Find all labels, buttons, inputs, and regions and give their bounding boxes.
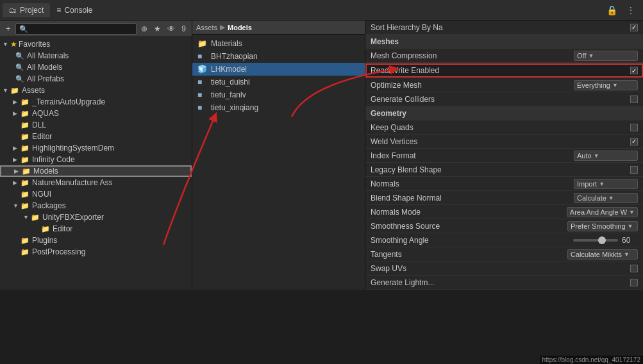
geometry-section: Geometry (365, 106, 643, 120)
tab-bar: 🗂 Project ≡ Console 🔒 ⋮ (0, 0, 643, 21)
tietu-xinqiang-file[interactable]: ■ tietu_xinqiang (192, 101, 365, 114)
unity-fbx-folder-icon: 📁 (31, 213, 40, 222)
sub-editor-item[interactable]: 📁 Editor (0, 223, 192, 235)
blend-shape-row: Blend Shape Normal Calculate ▼ (365, 191, 643, 205)
generate-colliders-checkbox[interactable] (630, 95, 638, 103)
eye-icon[interactable]: 👁 (165, 24, 177, 34)
plugins-label: Plugins (32, 236, 57, 245)
models-item[interactable]: ▶ 📁 Models (0, 165, 192, 177)
more-icon[interactable]: ⋮ (624, 4, 638, 17)
search-icon: 🔍 (15, 52, 24, 60)
aquas-folder-icon: 📁 (21, 110, 29, 118)
slider-thumb[interactable] (598, 236, 606, 244)
models-label: Models (33, 167, 58, 176)
editor-item[interactable]: 📁 Editor (0, 131, 192, 142)
editor-folder-icon: 📁 (21, 133, 29, 141)
sort-hierarchy-row: Sort Hierarchy By Na ✓ (365, 21, 643, 35)
packages-item[interactable]: ▼ 📁 Packages (0, 200, 192, 211)
generate-colliders-value (630, 95, 638, 103)
keep-quads-checkbox[interactable] (630, 124, 638, 131)
watermark: https://blog.csdn.net/qq_40172172 (540, 356, 643, 364)
read-write-row: Read/Write Enabled ✓ (365, 63, 643, 78)
models-folder-icon: 📁 (22, 167, 31, 176)
generate-lightmap-row: Generate Lightm... (365, 276, 643, 290)
breadcrumb-arrow: ▶ (220, 23, 225, 31)
slider-track[interactable] (573, 239, 618, 242)
tab-console[interactable]: ≡ Console (50, 3, 99, 17)
keep-quads-label: Keep Quads (371, 123, 630, 132)
legacy-blend-label: Legacy Blend Shape (371, 165, 630, 174)
lhkmodel-file[interactable]: 🧊 LHKmodel (192, 63, 365, 76)
search-input[interactable] (15, 23, 137, 35)
tangents-row: Tangents Calculate Mikkts ▼ (365, 247, 643, 261)
nature-arrow: ▶ (13, 179, 21, 186)
filter-icon[interactable]: ⊕ (139, 24, 149, 34)
highlighting-item[interactable]: ▶ 📁 HighlightingSystemDem (0, 142, 192, 154)
aquas-item[interactable]: ▶ 📁 AQUAS (0, 108, 192, 119)
materials-file-label: Materials (211, 39, 242, 48)
index-format-dropdown[interactable]: Auto ▼ (574, 151, 638, 161)
materials-folder-icon: 📁 (197, 39, 208, 48)
packages-label: Packages (32, 201, 66, 210)
nature-item[interactable]: ▶ 📁 NatureManufacture Ass (0, 177, 192, 188)
favorites-arrow: ▼ (3, 41, 10, 47)
dll-label: DLL (32, 120, 46, 129)
tietu-fanlv-file[interactable]: ■ tietu_fanlv (192, 88, 365, 101)
middle-panel: Assets ▶ Models 📁 Materials ■ BHTzhaopia… (192, 21, 365, 290)
all-materials-item[interactable]: 🔍 All Materials (0, 50, 192, 62)
ngui-folder-icon: 📁 (21, 190, 29, 199)
search-icon-2: 🔍 (15, 63, 24, 72)
all-prefabs-item[interactable]: 🔍 All Prefabs (0, 73, 192, 85)
ngui-item[interactable]: 📁 NGUI (0, 188, 192, 200)
smoothness-source-dropdown[interactable]: Prefer Smoothing ▼ (567, 221, 638, 231)
infinity-code-item[interactable]: ▶ 📁 Infinity Code (0, 154, 192, 165)
add-button[interactable]: + (4, 23, 13, 34)
read-write-value: ✓ (630, 67, 638, 74)
favorites-section[interactable]: ▼ ★ Favorites (0, 38, 192, 50)
bhtzhaopian-file-icon: ■ (197, 52, 208, 61)
blend-shape-value: Calculate ▼ (574, 193, 638, 203)
swap-uvs-checkbox[interactable] (630, 265, 638, 272)
tangents-value: Calculate Mikkts ▼ (567, 249, 638, 260)
plugins-folder-icon: 📁 (21, 236, 29, 245)
tietu-duishi-file[interactable]: ■ tietu_duishi (192, 76, 365, 88)
weld-vertices-checkbox[interactable]: ✓ (630, 138, 638, 145)
optimize-mesh-dropdown[interactable]: Everything ▼ (574, 80, 638, 90)
tab-project[interactable]: 🗂 Project (3, 3, 50, 17)
read-write-checkbox[interactable]: ✓ (630, 67, 638, 74)
bookmark-icon[interactable]: ★ (152, 24, 163, 34)
project-tab-label: Project (20, 6, 44, 15)
plugins-item[interactable]: 📁 Plugins (0, 235, 192, 246)
normals-mode-dropdown[interactable]: Area And Angle W ▼ (567, 207, 638, 217)
all-prefabs-label: All Prefabs (27, 74, 64, 83)
dropdown-arrow-5: ▼ (608, 195, 614, 201)
infinity-code-label: Infinity Code (32, 155, 75, 164)
legacy-blend-checkbox[interactable] (630, 166, 638, 174)
infinity-code-folder-icon: 📁 (21, 156, 29, 164)
normals-dropdown[interactable]: Import ▼ (574, 179, 638, 189)
project-tree: ▼ ★ Favorites 🔍 All Materials 🔍 All Mode… (0, 37, 192, 290)
postprocessing-item[interactable]: 📁 PostProcessing (0, 246, 192, 258)
materials-file[interactable]: 📁 Materials (192, 37, 365, 50)
sort-hierarchy-checkbox[interactable]: ✓ (630, 24, 638, 31)
tab-actions: 🔒 ⋮ (604, 4, 640, 17)
generate-lightmap-label: Generate Lightm... (371, 278, 630, 287)
project-tab-icon: 🗂 (9, 6, 17, 15)
all-models-item[interactable]: 🔍 All Models (0, 62, 192, 73)
unity-fbx-item[interactable]: ▼ 📁 UnityFBXExporter (0, 211, 192, 223)
tangents-dropdown[interactable]: Calculate Mikkts ▼ (567, 249, 638, 260)
mesh-compression-dropdown[interactable]: Off ▼ (574, 51, 638, 61)
terrain-item[interactable]: ▶ 📁 _TerrainAutoUpgrade (0, 96, 192, 108)
smoothness-source-label: Smoothness Source (371, 222, 567, 231)
weld-vertices-value: ✓ (630, 138, 638, 145)
bhtzhaopian-file[interactable]: ■ BHTzhaopian (192, 50, 365, 63)
smoothness-source-value: Prefer Smoothing ▼ (567, 221, 638, 231)
blend-shape-dropdown[interactable]: Calculate ▼ (574, 193, 638, 203)
smoothing-angle-value: 60 (573, 236, 638, 245)
lock-icon[interactable]: 🔒 (604, 4, 620, 17)
dll-item[interactable]: 📁 DLL (0, 119, 192, 131)
assets-section[interactable]: ▼ 📁 Assets (0, 85, 192, 96)
generate-lightmap-checkbox[interactable] (630, 279, 638, 286)
highlighting-arrow: ▶ (13, 145, 21, 151)
editor-label: Editor (32, 132, 52, 141)
